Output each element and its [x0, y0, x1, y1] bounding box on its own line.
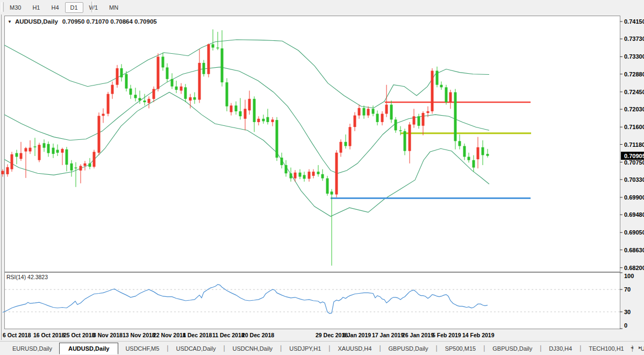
- candlestick: [16, 153, 18, 157]
- candlestick: [413, 116, 416, 124]
- candlestick: [308, 172, 311, 179]
- candlestick: [89, 164, 91, 167]
- candlestick: [335, 153, 338, 195]
- candlestick: [454, 93, 457, 141]
- candlestick: [459, 141, 461, 146]
- candlestick: [217, 48, 219, 49]
- candlestick: [194, 97, 196, 100]
- candlestick: [162, 56, 164, 67]
- price-tick-label: 0.68200: [624, 265, 644, 271]
- tab-audusd-daily[interactable]: AUDUSD,Daily: [59, 343, 118, 354]
- candlestick: [486, 154, 489, 156]
- price-tick-label: 0.71600: [624, 124, 644, 130]
- candlestick: [449, 93, 452, 103]
- candlestick: [372, 109, 375, 113]
- candlestick: [38, 145, 41, 160]
- timeframe-button-h4[interactable]: H4: [46, 2, 64, 13]
- date-tick-label: 13 Nov 2018: [123, 332, 155, 338]
- candlestick: [294, 173, 297, 179]
- candlestick: [212, 44, 214, 47]
- tab-separator: |: [435, 344, 438, 352]
- candlestick: [349, 127, 352, 146]
- candlestick: [80, 166, 82, 171]
- price-tick-label: 0.69480: [624, 211, 644, 218]
- candlestick: [153, 89, 155, 99]
- price-tick-label: 0.68630: [624, 247, 644, 253]
- candlestick: [422, 113, 425, 126]
- tab-separator: |: [539, 344, 542, 352]
- candlestick: [431, 71, 434, 111]
- price-tick-label: 0.73730: [624, 36, 644, 42]
- price-tick-label: 0.69900: [624, 194, 644, 201]
- price-tick-label: 0.69050: [624, 229, 644, 236]
- candlestick: [120, 68, 123, 77]
- tab-usdchf-m5[interactable]: USDCHF,M5: [118, 343, 166, 354]
- symbol-dropdown-icon[interactable]: ▼: [8, 19, 12, 24]
- candlestick: [84, 164, 87, 166]
- timeframe-button-h1[interactable]: H1: [27, 2, 45, 13]
- candlestick: [331, 191, 333, 194]
- candlestick: [171, 79, 174, 87]
- date-axis[interactable]: 6 Oct 201816 Oct 201825 Oct 20183 Nov 20…: [0, 330, 618, 341]
- price-tick-label: 0.72030: [624, 106, 644, 112]
- tab-gbpusd-daily[interactable]: GBPUSD,Daily: [485, 343, 539, 354]
- tab-separator: |: [328, 344, 331, 352]
- date-tick-label: 3 Nov 2018: [93, 332, 123, 338]
- tab-scroll-left-icon[interactable]: ◂: [629, 344, 635, 351]
- timeframe-button-m30[interactable]: M30: [4, 2, 26, 13]
- candlestick: [482, 147, 484, 155]
- price-tick-label: 0.73300: [624, 53, 644, 60]
- candlestick: [271, 119, 274, 122]
- rsi-tick-label: 70: [624, 286, 631, 293]
- candlestick: [20, 153, 23, 159]
- candlestick: [230, 105, 233, 112]
- candlestick: [221, 48, 224, 82]
- candlestick: [226, 82, 228, 106]
- candlestick: [253, 99, 256, 122]
- date-tick-label: 8 Jan 2019: [342, 332, 371, 338]
- tab-usdcad-daily[interactable]: USDCAD,Daily: [169, 343, 223, 354]
- date-tick-label: 17 Jan 2019: [372, 332, 404, 338]
- candlestick: [299, 173, 302, 177]
- candlestick: [134, 95, 137, 98]
- candlestick: [102, 114, 105, 116]
- timeframe-buttons: M30H1H4D1W1MN: [4, 1, 124, 13]
- toolbar-grip-icon[interactable]: [1, 2, 4, 12]
- timeframe-button-d1[interactable]: D1: [65, 2, 83, 13]
- tab-dj30-h4[interactable]: DJ30,H4: [542, 343, 579, 354]
- date-tick-label: 14 Feb 2019: [462, 332, 495, 338]
- rsi-tick-label: 100: [624, 273, 634, 279]
- date-tick-label: 6 Oct 2018: [3, 332, 31, 338]
- candlestick: [11, 154, 13, 169]
- chart-tab-bar: EURUSD,DailyAUDUSD,DailyUSDCHF,M5|USDCAD…: [0, 341, 644, 355]
- candlestick: [29, 148, 32, 152]
- candlestick: [235, 105, 238, 111]
- date-tick-label: 16 Oct 2018: [33, 332, 65, 338]
- tab-xauusd-h4[interactable]: XAUUSD,H4: [331, 343, 378, 354]
- price-chart-panel[interactable]: 0.741500.737300.733000.728800.724500.720…: [0, 16, 644, 272]
- candlestick: [70, 164, 73, 171]
- tab-usdjpy-h1[interactable]: USDJPY,H1: [282, 343, 328, 354]
- candlestick: [345, 142, 347, 146]
- timeframe-button-mn[interactable]: MN: [104, 2, 124, 13]
- date-tick-label: 5 Feb 2019: [432, 332, 461, 338]
- candlestick: [303, 175, 306, 179]
- candlestick: [326, 179, 329, 194]
- candlestick: [180, 87, 183, 91]
- candlestick: [166, 67, 169, 79]
- tab-separator: |: [280, 344, 282, 352]
- candlestick: [358, 108, 361, 116]
- tab-gbpusd-daily[interactable]: GBPUSD,Daily: [382, 343, 435, 354]
- rsi-indicator-panel[interactable]: 10070300: [0, 272, 644, 330]
- rsi-indicator-label: RSI(14) 42.3823: [6, 274, 48, 280]
- tab-scroll-right-icon[interactable]: ▸: [637, 344, 643, 351]
- tab-tech100-h1[interactable]: TECH100,H1: [582, 343, 631, 354]
- timeframe-toolbar: M30H1H4D1W1MN: [0, 0, 644, 15]
- tab-usdcnh-daily[interactable]: USDCNH,Daily: [226, 343, 280, 354]
- candlestick: [385, 105, 388, 114]
- rsi-tick-label: 0: [624, 322, 627, 329]
- tab-sp500-m15[interactable]: SP500,M15: [438, 343, 483, 354]
- tab-eurusd-daily[interactable]: EURUSD,Daily: [5, 343, 59, 354]
- price-tick-label: 0.70750: [624, 159, 644, 166]
- candlestick: [321, 174, 324, 179]
